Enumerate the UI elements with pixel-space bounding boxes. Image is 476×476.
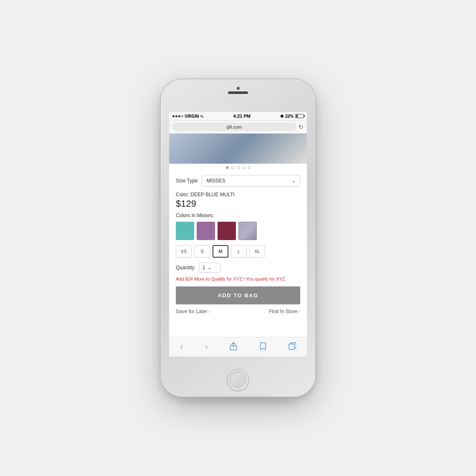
bottom-nav: ‹ › (169, 337, 307, 357)
power-button (315, 154, 316, 185)
battery-percent: 22% (285, 114, 294, 119)
carousel-dot-1[interactable] (226, 166, 229, 169)
phone-mockup: VIRGIN ∿ 4:21 PM ✱ 22% jjill.com ↻ (161, 79, 315, 397)
status-time: 4:21 PM (233, 114, 251, 119)
sizes-row: XS S M L XL (176, 245, 300, 258)
camera-dot (237, 87, 240, 90)
size-type-select[interactable]: MISSES ⌄ (202, 175, 300, 187)
carousel-dots (169, 164, 307, 172)
tabs-icon[interactable] (285, 342, 299, 353)
home-button[interactable] (227, 369, 249, 391)
swatch-teal[interactable] (176, 222, 194, 240)
speaker-bar (228, 91, 248, 94)
status-left: VIRGIN ∿ (172, 114, 203, 119)
quantity-row: Quantity 1 ⌄ (176, 263, 300, 273)
product-price: $129 (176, 198, 300, 209)
signal-dot-2 (175, 115, 177, 117)
volume-down-button (160, 176, 161, 198)
product-image-area (169, 134, 307, 164)
size-xl[interactable]: XL (249, 245, 265, 258)
carousel-dot-2[interactable] (231, 166, 234, 169)
swatch-pattern[interactable] (238, 222, 257, 240)
carrier-label: VIRGIN (185, 114, 199, 119)
save-for-later-label: Save for Later (176, 309, 207, 314)
promo-text: Add $24 More to Qualify for XYZ / You qu… (176, 276, 300, 282)
size-type-label: Size Type (176, 178, 197, 184)
status-bar: VIRGIN ∿ 4:21 PM ✱ 22% (169, 112, 307, 121)
share-icon[interactable] (226, 341, 241, 353)
carousel-dot-3[interactable] (237, 166, 240, 169)
home-button-inner (230, 372, 246, 388)
add-to-bag-button[interactable]: ADD TO BAG (176, 286, 300, 304)
size-l[interactable]: L (231, 245, 247, 258)
quantity-chevron-icon: ⌄ (208, 265, 212, 271)
product-content: Size Type MISSES ⌄ Color: DEEP BLUE MULT… (169, 134, 307, 357)
action-links-row: Save for Later › Find In Store › (176, 309, 300, 314)
screen: VIRGIN ∿ 4:21 PM ✱ 22% jjill.com ↻ (169, 112, 307, 357)
swatches-row (176, 222, 300, 240)
color-label: Color: DEEP BLUE MULTI (176, 192, 300, 197)
find-in-store-label: Find In Store (269, 309, 298, 314)
url-bar[interactable]: jjill.com (172, 123, 296, 131)
chevron-down-icon: ⌄ (291, 178, 296, 184)
signal-dots (172, 115, 183, 117)
swatch-purple[interactable] (197, 222, 215, 240)
mute-button (160, 134, 161, 146)
browser-bar: jjill.com ↻ (169, 121, 307, 134)
battery-icon (295, 114, 304, 118)
save-chevron-icon: › (208, 309, 210, 314)
signal-dot-3 (178, 115, 180, 117)
volume-up-button (160, 151, 161, 173)
status-right: ✱ 22% (280, 114, 304, 119)
quantity-label: Quantity (176, 265, 195, 271)
back-icon[interactable]: ‹ (177, 341, 186, 353)
signal-dot-4 (181, 115, 183, 117)
carousel-dot-4[interactable] (242, 166, 245, 169)
phone-shell: VIRGIN ∿ 4:21 PM ✱ 22% jjill.com ↻ (161, 79, 315, 397)
phone-reflection (180, 397, 296, 409)
size-xs[interactable]: XS (176, 245, 192, 258)
form-area: Size Type MISSES ⌄ Color: DEEP BLUE MULT… (169, 172, 307, 337)
quantity-value: 1 (203, 265, 205, 271)
refresh-icon[interactable]: ↻ (299, 124, 304, 130)
save-for-later-link[interactable]: Save for Later › (176, 309, 210, 314)
forward-icon[interactable]: › (202, 341, 211, 353)
size-type-value: MISSES (206, 178, 225, 184)
size-s[interactable]: S (194, 245, 210, 258)
size-m[interactable]: M (213, 245, 228, 258)
find-chevron-icon: › (299, 309, 300, 314)
size-type-row: Size Type MISSES ⌄ (176, 175, 300, 187)
phone-notch (228, 87, 248, 94)
find-in-store-link[interactable]: Find In Store › (269, 309, 300, 314)
quantity-select[interactable]: 1 ⌄ (199, 263, 220, 273)
colors-in-label: Colors in Misses: (176, 213, 300, 218)
wifi-icon: ∿ (200, 114, 203, 119)
signal-dot-1 (172, 115, 175, 117)
swatch-burgundy[interactable] (218, 222, 236, 240)
battery-fill (296, 115, 298, 117)
bluetooth-icon: ✱ (280, 114, 284, 119)
carousel-dot-5[interactable] (248, 166, 251, 169)
product-image (169, 134, 307, 164)
bookmarks-icon[interactable] (256, 341, 270, 353)
svg-rect-1 (289, 344, 294, 349)
